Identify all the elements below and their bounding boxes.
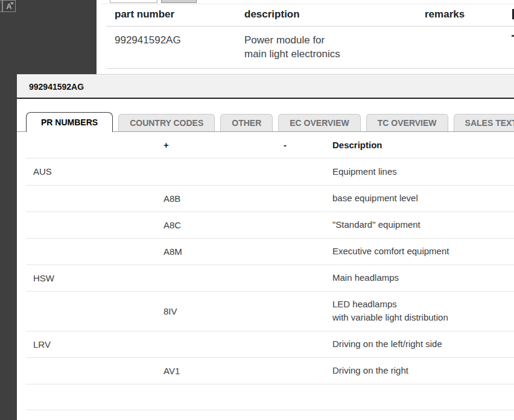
clipped-cell-fragment	[512, 35, 514, 37]
description-cell: base equipment level	[329, 185, 514, 212]
group-cell	[27, 291, 160, 331]
plus-cell: A8C	[160, 212, 278, 238]
description-cell-line1: Power module for	[244, 34, 325, 46]
plus-cell	[160, 331, 278, 357]
group-cell	[27, 357, 160, 384]
search-input-partial[interactable]	[110, 0, 157, 3]
pr-numbers-table: + - Description AUS Equipment lines A8B …	[27, 133, 514, 410]
part-detail-dialog: 992941592AG PR NUMBERS COUNTRY CODES OTH…	[17, 74, 514, 420]
description-cell: Driving on the left/right side	[329, 331, 514, 357]
dialog-title: 992941592AG	[29, 75, 84, 99]
minus-cell	[278, 185, 329, 212]
parts-table-page: part number description remarks 99294159…	[97, 0, 514, 74]
header-description: Description	[329, 133, 514, 158]
pr-table-row: LRV Driving on the left/right side	[27, 331, 514, 357]
plus-cell	[160, 265, 278, 291]
pr-table-row: A8B base equipment level	[27, 185, 514, 212]
font-style-button[interactable]: A	[2, 0, 16, 12]
tab-tc-overview[interactable]: TC OVERVIEW	[366, 114, 448, 131]
minus-cell	[278, 158, 329, 185]
pr-table-row: AV1 Driving on the right	[27, 357, 514, 384]
pr-table-row: A8C "Standard" equipment	[27, 212, 514, 238]
header-minus: -	[278, 133, 329, 158]
description-cell: Executive comfort equipment	[329, 238, 514, 265]
minus-cell	[278, 238, 329, 265]
dialog-header: 992941592AG	[17, 75, 514, 99]
description-cell: LED headlampswith variable light distrib…	[329, 291, 514, 331]
column-header-remarks: remarks	[425, 8, 465, 20]
screen: { "toolbar": { "font_button_label": "A" …	[0, 0, 514, 420]
group-cell: HSW	[27, 265, 160, 291]
tab-sales-text[interactable]: SALES TEXT	[454, 114, 514, 131]
group-cell	[27, 238, 160, 265]
plus-cell: 8IV	[160, 291, 278, 331]
tab-pr-numbers[interactable]: PR NUMBERS	[26, 112, 113, 132]
pr-table-row: AUS Equipment lines	[27, 158, 514, 185]
pr-table-empty-row	[27, 384, 514, 410]
header-group	[27, 133, 160, 158]
description-cell-line2: main light electronics	[244, 48, 340, 60]
tab-other[interactable]: OTHER	[220, 114, 273, 131]
dialog-tab-strip: PR NUMBERS COUNTRY CODES OTHER EC OVERVI…	[17, 113, 514, 132]
pr-table-row: A8M Executive comfort equipment	[27, 238, 514, 265]
minus-cell	[278, 357, 329, 384]
header-plus: +	[160, 133, 278, 158]
group-cell: LRV	[27, 331, 160, 357]
tab-ec-overview[interactable]: EC OVERVIEW	[278, 114, 361, 131]
plus-cell	[160, 158, 278, 185]
group-cell	[27, 212, 160, 238]
tab-country-codes[interactable]: COUNTRY CODES	[118, 114, 215, 131]
description-cell: "Standard" equipment	[329, 212, 514, 238]
minus-cell	[278, 291, 329, 331]
pr-table-row: HSW Main headlamps	[27, 265, 514, 291]
column-header-description: description	[244, 8, 300, 20]
pr-table-row: 8IV LED headlampswith variable light dis…	[27, 291, 514, 331]
part-number-cell[interactable]: 992941592AG	[115, 34, 181, 46]
header-divider	[106, 26, 514, 27]
plus-cell: A8B	[160, 185, 278, 212]
table-top-border	[101, 4, 514, 4]
group-cell: AUS	[27, 158, 160, 185]
group-cell	[27, 185, 160, 212]
toolbar-button-partial[interactable]	[161, 0, 197, 3]
plus-cell: AV1	[160, 357, 278, 384]
description-cell: Main headlamps	[329, 265, 514, 291]
pr-table-header-row: + - Description	[27, 133, 514, 158]
dropdown-arrow-icon	[10, 2, 14, 5]
description-cell: Driving on the right	[329, 357, 514, 384]
top-left-dark-panel: A	[0, 0, 97, 74]
plus-cell: A8M	[160, 238, 278, 265]
minus-cell	[278, 265, 329, 291]
row-divider	[106, 68, 514, 69]
dropdown-arrow-icon	[0, 2, 1, 5]
column-header-part-number: part number	[115, 8, 174, 20]
minus-cell	[278, 331, 329, 357]
description-cell: Equipment lines	[329, 158, 514, 185]
minus-cell	[278, 212, 329, 238]
